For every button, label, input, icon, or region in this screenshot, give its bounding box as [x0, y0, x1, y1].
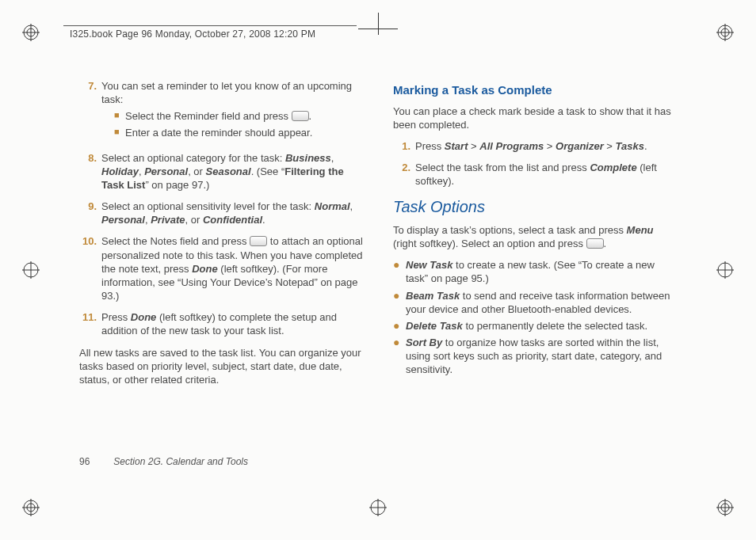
disc-bullet-icon: ●	[393, 258, 406, 285]
term: Start	[445, 140, 468, 152]
disc-bullet-icon: ●	[393, 289, 406, 316]
heading-marking-complete: Marking a Task as Complete	[393, 82, 677, 98]
term: Sort By	[406, 337, 442, 348]
sub-item: ■ Enter a date the reminder should appea…	[114, 126, 363, 139]
body-text: , or	[185, 214, 203, 226]
heading-task-options: Task Options	[393, 196, 677, 217]
square-bullet-icon: ■	[114, 109, 125, 123]
body-text: (right softkey). Select an option and pr…	[393, 238, 586, 249]
crop-header-text: I325.book Page 96 Monday, October 27, 20…	[70, 29, 315, 40]
term: Normal	[315, 200, 350, 212]
term: Menu	[627, 224, 654, 236]
term: Personal	[144, 165, 188, 177]
body-text: .	[262, 214, 265, 226]
registration-mark-icon	[369, 499, 387, 516]
registration-mark-icon	[716, 24, 734, 41]
body-text: . (See “	[251, 165, 285, 177]
term: Confidential	[203, 214, 262, 226]
list-item: 2. Select the task from the list and pre…	[393, 161, 677, 188]
body-text: ” on page 97.)	[145, 179, 209, 191]
page-number: 96	[79, 456, 111, 467]
body-text: to organize how tasks are sorted within …	[406, 337, 662, 375]
list-item: 11. Press Done (left softkey) to complet…	[79, 310, 363, 337]
body-text: Select the Notes field and press	[101, 235, 250, 247]
term: Organizer	[556, 140, 604, 152]
paragraph: You can place a check mark beside a task…	[393, 105, 677, 131]
page: I325.book Page 96 Monday, October 27, 20…	[0, 0, 756, 540]
body-text: To display a task’s options, select a ta…	[393, 224, 627, 236]
body-text: Press	[415, 140, 445, 152]
body-text: Enter a date the reminder should appear.	[125, 126, 363, 139]
step-number: 8.	[79, 151, 101, 192]
page-footer: 96 Section 2G. Calendar and Tools	[79, 456, 248, 467]
bullet-item: ● Delete Task to permanently delete the …	[393, 319, 677, 333]
term: Seasonal	[206, 165, 251, 177]
term: Personal	[101, 214, 145, 226]
registration-mark-icon	[716, 499, 734, 516]
sub-item: ■ Select the Reminder field and press .	[114, 109, 363, 123]
step-number: 10.	[79, 234, 101, 302]
body-text: Select an optional category for the task…	[101, 152, 285, 164]
body-text: ,	[331, 152, 334, 164]
step-number: 9.	[79, 200, 101, 226]
step-number: 1.	[393, 139, 415, 153]
paragraph: All new tasks are saved to the task list…	[79, 346, 363, 386]
disc-bullet-icon: ●	[393, 336, 406, 376]
bullet-item: ● Sort By to organize how tasks are sort…	[393, 336, 677, 376]
body-text: Select the Reminder field and press	[125, 110, 292, 122]
body-text: , or	[188, 165, 205, 177]
ok-key-icon	[586, 238, 604, 249]
term: Done	[192, 263, 218, 275]
right-column: Marking a Task as Complete You can place…	[393, 79, 677, 469]
list-item: 8. Select an optional category for the t…	[79, 151, 363, 192]
header-rule	[63, 25, 357, 26]
content-columns: 7. You can set a reminder to let you kno…	[79, 79, 677, 469]
ok-key-icon	[250, 236, 267, 246]
body-text: You can set a reminder to let you know o…	[101, 80, 352, 105]
section-title: Section 2G. Calendar and Tools	[113, 456, 248, 467]
bullet-item: ● New Task to create a new task. (See “T…	[393, 258, 677, 285]
registration-mark-icon	[22, 24, 40, 41]
square-bullet-icon: ■	[114, 126, 125, 139]
paragraph: To display a task’s options, select a ta…	[393, 223, 677, 250]
body-text: Press	[101, 311, 131, 323]
term: Delete Task	[406, 320, 463, 332]
step-number: 2.	[393, 161, 415, 188]
list-item: 7. You can set a reminder to let you kno…	[79, 79, 363, 143]
registration-mark-icon	[716, 261, 734, 279]
registration-mark-icon	[22, 261, 40, 279]
bullet-item: ● Beam Task to send and receive task inf…	[393, 289, 677, 316]
ok-key-icon	[292, 111, 309, 121]
body-text: >	[544, 140, 556, 152]
list-item: 10. Select the Notes field and press to …	[79, 234, 363, 302]
disc-bullet-icon: ●	[393, 319, 406, 333]
term: Beam Task	[406, 290, 460, 302]
term: New Task	[406, 259, 453, 271]
body-text: .	[309, 110, 312, 122]
body-text: to permanently delete the selected task.	[463, 320, 647, 332]
body-text: Select an optional sensitivity level for…	[101, 200, 315, 212]
body-text: Select the task from the list and press	[415, 162, 590, 173]
term: Tasks	[616, 140, 644, 152]
body-text: >	[468, 140, 479, 152]
term: All Programs	[479, 140, 544, 152]
step-number: 7.	[79, 79, 101, 143]
body-text: .	[604, 238, 607, 249]
body-text: ,	[350, 200, 353, 212]
term: Private	[151, 214, 185, 226]
crop-mark-icon	[358, 13, 398, 52]
term: Business	[285, 152, 331, 164]
list-item: 1. Press Start > All Programs > Organize…	[393, 139, 677, 153]
body-text: >	[604, 140, 616, 152]
registration-mark-icon	[22, 499, 40, 516]
body-text: .	[644, 140, 647, 152]
step-number: 11.	[79, 310, 101, 337]
list-item: 9. Select an optional sensitivity level …	[79, 200, 363, 226]
term: Complete	[590, 162, 636, 173]
term: Holiday	[101, 165, 139, 177]
term: Done	[131, 311, 157, 323]
left-column: 7. You can set a reminder to let you kno…	[79, 79, 363, 469]
